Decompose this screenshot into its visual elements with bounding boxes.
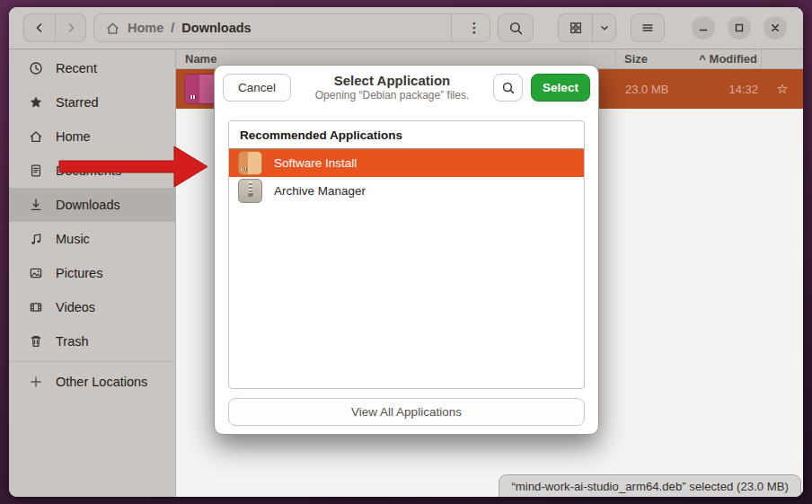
column-header-modified[interactable]: ^ Modified <box>699 52 757 66</box>
sidebar-item-label: Downloads <box>56 198 120 212</box>
path-menu-button[interactable]: ⋮ <box>459 20 490 36</box>
grid-view-button[interactable] <box>558 13 592 42</box>
status-text: “mind-work-ai-studio_arm64.deb” selected… <box>511 480 789 493</box>
sidebar-item-other-locations[interactable]: Other Locations <box>9 365 175 399</box>
sidebar-item-music[interactable]: Music <box>9 222 175 256</box>
column-header-size[interactable]: Size <box>624 52 648 66</box>
sidebar-separator <box>9 361 175 362</box>
document-icon <box>29 164 43 178</box>
zipper-pull-decoration <box>248 193 252 197</box>
chevron-left-icon <box>32 21 47 35</box>
file-size: 23.0 MB <box>625 83 668 96</box>
breadcrumb-home[interactable]: Home <box>128 21 163 35</box>
sidebar: Recent Starred Home Documents Downloads … <box>9 49 176 497</box>
column-divider <box>761 49 762 69</box>
app-row-software-install[interactable]: Software Install <box>229 149 584 177</box>
hamburger-icon <box>640 21 655 35</box>
app-name: Software Install <box>274 156 357 170</box>
chevron-down-icon <box>598 22 611 34</box>
selection-status-toast: “mind-work-ai-studio_arm64.deb” selected… <box>499 474 801 497</box>
view-options-button[interactable] <box>592 13 616 42</box>
column-group-size-modified: Size ^ Modified <box>616 52 761 66</box>
deb-package-icon <box>184 74 217 104</box>
star-toggle[interactable]: ☆ <box>762 81 803 97</box>
sort-caret: ^ <box>699 52 706 66</box>
maximize-icon <box>734 22 745 33</box>
dialog-subtitle: Opening “Debian package” files. <box>291 89 493 102</box>
back-button[interactable] <box>23 13 55 42</box>
search-icon <box>508 21 524 36</box>
sidebar-item-label: Starred <box>56 95 99 110</box>
breadcrumb[interactable]: Home / Downloads ⋮ <box>93 13 490 42</box>
dialog-footer: View All Applications <box>215 389 598 438</box>
trash-icon <box>29 334 43 349</box>
sidebar-item-home[interactable]: Home <box>9 119 175 154</box>
forward-button[interactable] <box>55 13 86 42</box>
home-icon <box>105 21 120 36</box>
file-modified: 14:32 <box>728 83 758 96</box>
chevron-right-icon <box>64 21 78 35</box>
breadcrumb-divider <box>451 13 452 42</box>
sidebar-item-downloads[interactable]: Downloads <box>9 188 175 222</box>
breadcrumb-separator: / <box>171 21 174 35</box>
sidebar-item-videos[interactable]: Videos <box>9 290 175 324</box>
sidebar-item-label: Recent <box>56 61 97 75</box>
sidebar-item-documents[interactable]: Documents <box>9 154 175 188</box>
sidebar-item-label: Pictures <box>56 266 102 280</box>
view-toggle-group <box>558 13 616 42</box>
plus-icon <box>29 375 43 389</box>
sidebar-item-label: Trash <box>56 334 89 349</box>
app-name: Archive Manager <box>274 184 366 198</box>
breadcrumb-current[interactable]: Downloads <box>181 21 251 35</box>
minimize-button[interactable] <box>692 16 715 40</box>
maximize-button[interactable] <box>728 16 751 40</box>
sidebar-item-label: Other Locations <box>56 375 147 389</box>
dialog-search-button[interactable] <box>493 74 523 102</box>
close-icon <box>770 22 781 33</box>
recommended-section-header: Recommended Applications <box>229 121 584 149</box>
app-row-archive-manager[interactable]: Archive Manager <box>229 177 584 205</box>
search-icon <box>501 81 516 95</box>
column-header-modified-label: Modified <box>710 52 757 66</box>
barcode-decoration <box>241 167 248 172</box>
star-icon <box>29 95 43 110</box>
dialog-body: Recommended Applications Software Instal… <box>215 110 598 389</box>
titlebar: Home / Downloads ⋮ <box>9 7 803 49</box>
music-note-icon <box>29 232 43 246</box>
barcode-decoration <box>188 94 198 100</box>
column-header-name[interactable]: Name <box>176 52 615 66</box>
close-button[interactable] <box>763 16 787 40</box>
zipper-decoration <box>249 181 252 193</box>
sidebar-item-label: Videos <box>56 300 95 314</box>
dialog-header: Cancel Select Application Opening “Debia… <box>215 66 598 110</box>
sidebar-item-trash[interactable]: Trash <box>9 324 175 358</box>
sidebar-item-label: Documents <box>56 164 121 178</box>
clock-icon <box>29 61 43 75</box>
grid-view-icon <box>569 21 583 35</box>
picture-icon <box>29 266 43 280</box>
sidebar-item-starred[interactable]: Starred <box>9 85 175 119</box>
sidebar-item-recent[interactable]: Recent <box>9 51 175 85</box>
search-button[interactable] <box>498 13 534 42</box>
sidebar-item-label: Music <box>56 232 90 246</box>
sidebar-item-label: Home <box>56 129 91 144</box>
minimize-icon <box>698 22 709 33</box>
cancel-button[interactable]: Cancel <box>223 74 291 102</box>
select-button[interactable]: Select <box>531 74 590 102</box>
home-icon <box>29 129 43 144</box>
download-icon <box>29 198 43 212</box>
window-controls <box>692 16 787 40</box>
sidebar-item-pictures[interactable]: Pictures <box>9 256 175 290</box>
select-application-dialog: Cancel Select Application Opening “Debia… <box>214 65 599 435</box>
dialog-title: Select Application <box>291 73 493 90</box>
nav-button-group <box>23 13 86 42</box>
dialog-title-block: Select Application Opening “Debian packa… <box>291 73 493 103</box>
video-icon <box>29 300 43 314</box>
file-size-modified-cells: 23.0 MB 14:32 <box>617 83 762 96</box>
view-all-applications-button[interactable]: View All Applications <box>228 398 585 426</box>
archive-manager-icon <box>238 179 262 203</box>
main-menu-button[interactable] <box>631 13 665 42</box>
software-install-icon <box>238 151 262 175</box>
application-list: Recommended Applications Software Instal… <box>228 120 585 389</box>
